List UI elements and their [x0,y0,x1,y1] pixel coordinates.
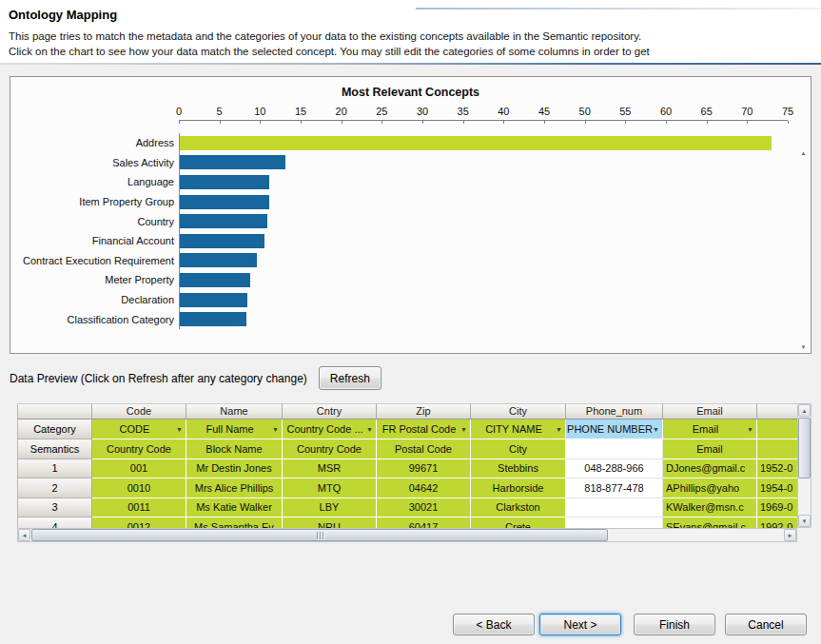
row-label-category: Category [18,420,92,439]
scroll-up-button[interactable]: ▲ [798,404,811,417]
chart-bar-track [179,251,788,271]
chart-bar[interactable] [180,136,772,150]
x-axis-tick-label: 10 [254,106,265,117]
table-horizontal-scrollbar[interactable]: ◄ ► [17,528,797,542]
dropdown-arrow-icon[interactable]: ▼ [366,426,373,433]
chart-bar[interactable] [180,175,269,189]
finish-button[interactable]: Finish [634,614,715,635]
column-header: City [471,403,566,420]
dropdown-arrow-icon[interactable]: ▼ [747,426,753,433]
chart-bar[interactable] [180,253,257,267]
scroll-left-button[interactable]: ◄ [18,529,30,541]
data-cell [566,498,663,518]
x-axis-tick-label: 45 [538,106,550,117]
column-header [757,403,797,420]
chart-bar-track [179,309,788,329]
chart-bar[interactable] [180,155,285,169]
scroll-down-button[interactable]: ▼ [798,515,811,527]
table-grid: CodeNameCntryZipCityPhone_numEmailCatego… [18,403,797,528]
chart-scroll-up-icon[interactable]: ▲ [801,150,807,156]
category-dropdown-cell[interactable]: ▼ [757,420,797,439]
chart-bar-row: Country [17,211,788,231]
chart-category-label: Meter Property [17,274,179,285]
chart-category-label: Classification Category [17,314,179,325]
column-header: Name [186,403,283,420]
chart-vertical-scrollbar[interactable]: ▲ ▼ [797,78,810,352]
x-axis-tick-label: 55 [619,106,631,117]
cancel-button[interactable]: Cancel [725,614,807,635]
chart-bar-track [179,290,788,310]
chart-bars: AddressSales ActivityLanguageItem Proper… [17,133,788,329]
horizontal-scroll-track[interactable] [609,529,784,541]
category-dropdown-cell[interactable]: Email▼ [663,420,757,439]
data-cell: 04642 [377,478,471,498]
thumb-grip-icon [323,532,323,539]
dropdown-arrow-icon[interactable]: ▼ [176,426,183,433]
data-cell: 001 [92,459,186,479]
x-axis-tick-label: 60 [660,106,672,117]
x-axis-tick-label: 0 [176,106,182,117]
x-axis-tick-label: 70 [741,106,753,117]
category-dropdown-cell[interactable]: CITY NAME▼ [471,420,566,439]
dropdown-arrow-icon[interactable]: ▼ [460,426,467,433]
x-axis-tick-mark [666,121,667,124]
category-dropdown-cell[interactable]: PHONE NUMBER▼ [566,420,663,439]
chart-bar[interactable] [180,234,264,248]
semantics-cell: Block Name [186,439,283,459]
vertical-scroll-track[interactable] [798,479,811,515]
horizontal-scroll-thumb[interactable] [31,529,608,541]
ontology-mapping-wizard: Ontology Mapping This page tries to matc… [0,0,821,644]
chart-bar[interactable] [180,273,250,287]
x-axis-tick-mark [625,121,626,124]
category-dropdown-cell[interactable]: CODE▼ [92,420,186,439]
x-axis-tick-mark [342,121,342,124]
data-cell: Ms Katie Walker [186,498,283,518]
category-dropdown-cell[interactable]: Full Name▼ [186,420,283,439]
refresh-button[interactable]: Refresh [319,366,381,390]
vertical-scroll-thumb[interactable] [798,418,811,478]
dropdown-arrow-icon[interactable]: ▼ [556,426,562,433]
category-dropdown-cell[interactable]: FR Postal Code▼ [377,420,471,439]
thumb-grip-icon [320,532,321,539]
table-vertical-scrollbar[interactable]: ▲ ▼ [797,403,811,528]
data-cell: Mrs Alice Phillips [186,478,283,498]
chart-bar[interactable] [180,214,267,228]
chart-category-label: Item Property Group [17,196,179,207]
scroll-right-button[interactable]: ► [784,529,796,541]
dropdown-arrow-icon[interactable]: ▼ [653,426,659,433]
row-header-corner [18,403,92,420]
x-axis-tick-label: 5 [217,106,223,117]
chart-bar-track [179,211,788,231]
x-axis-tick-label: 50 [579,106,591,117]
chart-category-label: Financial Account [17,235,179,246]
chart-bar[interactable] [180,293,247,307]
row-label: 4 [18,517,92,528]
chart-scroll-down-icon[interactable]: ▼ [801,344,807,350]
wizard-button-bar: < Back Next > Finish Cancel [453,614,807,635]
chart-category-label: Declaration [17,294,179,305]
category-value: Email [693,423,728,435]
most-relevant-concepts-chart[interactable]: Most Relevant Concepts 05101520253035404… [10,76,811,354]
data-cell: KWalker@msn.c [663,498,757,518]
chart-category-label: Address [17,137,179,148]
x-axis-tick-label: 20 [336,106,347,117]
chart-plot-area: 051015202530354045505560657075 AddressSa… [17,106,788,345]
header-divider [0,63,821,65]
x-axis-tick-mark [422,121,423,124]
dropdown-arrow-icon[interactable]: ▼ [272,426,279,433]
chart-bar[interactable] [180,195,269,209]
chart-bar-row: Address [17,133,788,153]
category-dropdown-cell[interactable]: Country Code ...▼ [283,420,377,439]
chart-bar-row: Sales Activity [17,153,788,173]
chart-bar-row: Financial Account [17,231,788,251]
back-button[interactable]: < Back [453,614,535,635]
chart-bar[interactable] [180,312,246,326]
next-button[interactable]: Next > [539,614,621,635]
chart-title: Most Relevant Concepts [10,77,811,99]
row-label-semantics: Semantics [18,439,92,459]
x-axis-tick-mark [585,121,586,124]
data-cell: MSR [283,459,377,479]
row-label: 3 [18,498,92,518]
data-preview-table: CodeNameCntryZipCityPhone_numEmailCatego… [17,403,797,528]
x-axis-tick-mark [747,121,748,124]
